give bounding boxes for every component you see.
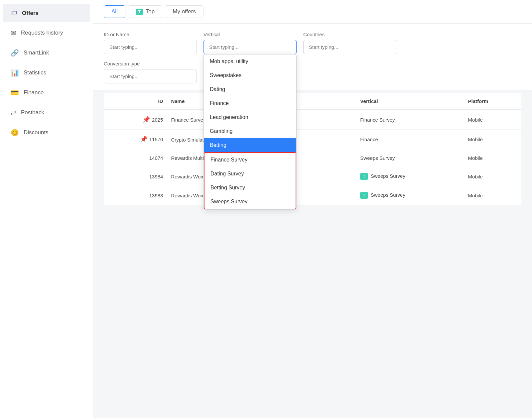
dropdown-item-betting-survey[interactable]: Betting Survey bbox=[204, 181, 296, 195]
dropdown-item-gambling[interactable]: Gambling bbox=[204, 124, 296, 138]
id-name-label: ID or Name bbox=[104, 32, 197, 37]
vertical-label: Vertical bbox=[203, 32, 297, 37]
pin-icon: 📌 bbox=[140, 136, 147, 143]
tab-my-offers-label: My offers bbox=[173, 8, 196, 15]
filter-vertical: Vertical Mob apps, utility Sweepstakes D… bbox=[203, 32, 297, 54]
sidebar: 🏷 Offers ✉ Requests history 🔗 SmartLink … bbox=[0, 0, 93, 418]
cell-id: 14074 bbox=[104, 149, 167, 167]
sidebar-item-label: Statistics bbox=[24, 69, 46, 76]
offers-table: ID Name Vertical Platform 📌2025Finance S… bbox=[104, 93, 521, 205]
table-header-row: ID Name Vertical Platform bbox=[104, 93, 521, 110]
main-content: All T Top My offers ID or Name Vertical … bbox=[93, 0, 532, 418]
survey-group: Finance Survey Dating Survey Betting Sur… bbox=[204, 152, 296, 209]
dropdown-item-sweepstakes[interactable]: Sweepstakes bbox=[204, 68, 296, 82]
dropdown-item-finance-survey[interactable]: Finance Survey bbox=[204, 153, 296, 167]
filters-area: ID or Name Vertical Mob apps, utility Sw… bbox=[93, 24, 532, 90]
cell-vertical: Sweeps Survey bbox=[356, 149, 464, 167]
countries-label: Countries bbox=[303, 32, 396, 37]
sidebar-item-label: Offers bbox=[22, 10, 39, 17]
cell-vertical: TSweeps Survey bbox=[356, 167, 464, 186]
cell-platform: Mobile bbox=[464, 110, 521, 130]
col-header-vertical: Vertical bbox=[356, 93, 464, 110]
col-header-id: ID bbox=[104, 93, 167, 110]
table-row[interactable]: 14074Rewardis Multigeo Generic ...Sweeps… bbox=[104, 149, 521, 167]
cell-id: 13984 bbox=[104, 167, 167, 186]
sidebar-item-label: Discounts bbox=[24, 129, 49, 136]
cell-platform: Mobile bbox=[464, 167, 521, 186]
cell-id: 13983 bbox=[104, 186, 167, 205]
sidebar-item-offers[interactable]: 🏷 Offers bbox=[3, 4, 90, 22]
sidebar-item-label: Postback bbox=[21, 109, 44, 116]
vertical-input[interactable] bbox=[203, 40, 297, 54]
countries-input[interactable] bbox=[303, 40, 396, 54]
postback-icon: ⇄ bbox=[11, 109, 16, 117]
filter-id-name: ID or Name bbox=[104, 32, 197, 54]
sidebar-item-smartlink[interactable]: 🔗 SmartLink bbox=[3, 44, 90, 62]
filter-conversion-type: Conversion type bbox=[104, 61, 197, 83]
filters-row-2: Conversion type bbox=[104, 61, 521, 83]
mail-icon: ✉ bbox=[11, 29, 16, 37]
sidebar-item-label: SmartLink bbox=[24, 50, 49, 56]
cell-platform: Mobile bbox=[464, 130, 521, 149]
sidebar-item-label: Requests history bbox=[21, 30, 63, 36]
cell-vertical: Finance Survey bbox=[356, 110, 464, 130]
sidebar-item-discounts[interactable]: 😊 Discounts bbox=[3, 123, 90, 142]
dropdown-item-dating[interactable]: Dating bbox=[204, 82, 296, 96]
table-row[interactable]: 📌2025Finance Survey (A...Finance SurveyM… bbox=[104, 110, 521, 130]
dropdown-item-sweeps-survey[interactable]: Sweeps Survey bbox=[204, 195, 296, 209]
smile-icon: 😊 bbox=[11, 129, 19, 137]
dropdown-item-lead-generation[interactable]: Lead generation bbox=[204, 110, 296, 124]
dropdown-item-mob-apps[interactable]: Mob apps, utility bbox=[204, 54, 296, 68]
tab-top-label: Top bbox=[146, 8, 155, 15]
tab-bar: All T Top My offers bbox=[93, 0, 532, 24]
col-header-platform: Platform bbox=[464, 93, 521, 110]
tab-my-offers[interactable]: My offers bbox=[165, 5, 203, 18]
cell-platform: Mobile bbox=[464, 149, 521, 167]
link-icon: 🔗 bbox=[11, 49, 19, 57]
dropdown-item-finance[interactable]: Finance bbox=[204, 96, 296, 110]
tab-all[interactable]: All bbox=[104, 5, 125, 18]
table-row[interactable]: 13983Rewardis Women's Day iPho...TSweeps… bbox=[104, 186, 521, 205]
conversion-type-input[interactable] bbox=[104, 69, 197, 83]
tag-icon: 🏷 bbox=[11, 9, 17, 17]
sidebar-item-requests-history[interactable]: ✉ Requests history bbox=[3, 24, 90, 42]
top-badge: T bbox=[136, 9, 143, 15]
card-icon: 💳 bbox=[11, 89, 19, 97]
cell-id: 📌2025 bbox=[104, 110, 167, 130]
sidebar-item-finance[interactable]: 💳 Finance bbox=[3, 83, 90, 102]
top-badge: T bbox=[360, 173, 368, 180]
pin-icon: 📌 bbox=[143, 116, 150, 123]
table-row[interactable]: 📌11570Crypto Simulator A...🔒 Offer locke… bbox=[104, 130, 521, 149]
table-area: ID Name Vertical Platform 📌2025Finance S… bbox=[93, 90, 532, 418]
chart-icon: 📊 bbox=[11, 69, 19, 77]
vertical-dropdown: Mob apps, utility Sweepstakes Dating Fin… bbox=[203, 54, 297, 210]
cell-platform: Mobile bbox=[464, 186, 521, 205]
filters-row-1: ID or Name Vertical Mob apps, utility Sw… bbox=[104, 32, 521, 54]
tab-top[interactable]: T Top bbox=[128, 5, 162, 18]
top-badge: T bbox=[360, 192, 368, 199]
dropdown-item-dating-survey[interactable]: Dating Survey bbox=[204, 167, 296, 181]
dropdown-item-betting[interactable]: Betting bbox=[204, 138, 296, 152]
cell-vertical: Finance bbox=[356, 130, 464, 149]
id-name-input[interactable] bbox=[104, 40, 197, 54]
sidebar-item-postback[interactable]: ⇄ Postback bbox=[3, 103, 90, 122]
sidebar-item-statistics[interactable]: 📊 Statistics bbox=[3, 63, 90, 82]
tab-all-label: All bbox=[111, 8, 118, 15]
sidebar-item-label: Finance bbox=[24, 89, 44, 96]
cell-id: 📌11570 bbox=[104, 130, 167, 149]
table-row[interactable]: 13984Rewardis Women's Day Dyso...TSweeps… bbox=[104, 167, 521, 186]
filter-countries: Countries bbox=[303, 32, 396, 54]
conversion-type-label: Conversion type bbox=[104, 61, 197, 66]
cell-vertical: TSweeps Survey bbox=[356, 186, 464, 205]
